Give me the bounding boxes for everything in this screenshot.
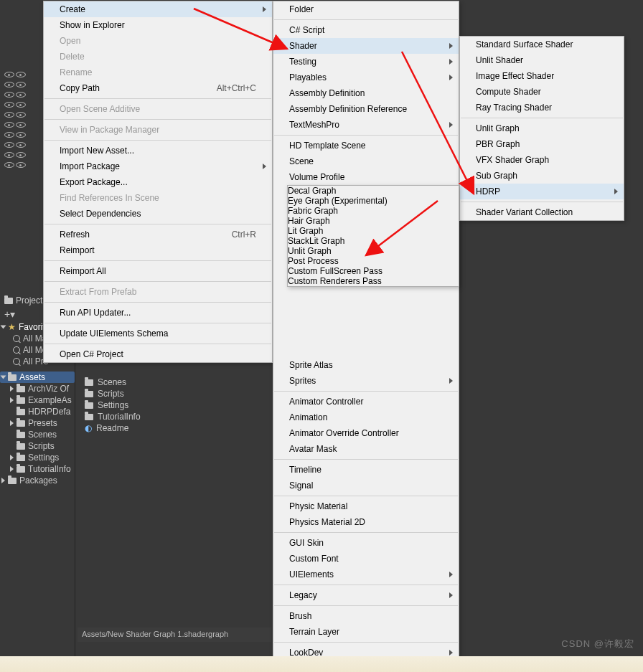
- menu-vfx-shader-graph[interactable]: VFX Shader Graph: [460, 152, 624, 168]
- eye-icon[interactable]: [4, 102, 14, 108]
- menu-terrain-layer[interactable]: Terrain Layer: [273, 624, 459, 640]
- eye-icon[interactable]: [16, 72, 26, 77]
- eye-icon[interactable]: [4, 152, 14, 158]
- eye-icon[interactable]: [4, 72, 14, 77]
- menu-assembly-definition[interactable]: Assembly Definition: [273, 85, 459, 101]
- menu-import-asset[interactable]: Import New Asset...: [44, 143, 272, 158]
- menu-uielements[interactable]: UIElements: [273, 567, 459, 582]
- menu-eye-graph[interactable]: Eye Graph (Experimental): [288, 196, 459, 206]
- eye-icon[interactable]: [16, 132, 26, 138]
- tree-item[interactable]: Presets: [0, 417, 75, 429]
- menu-copy-path[interactable]: Copy PathAlt+Ctrl+C: [44, 80, 272, 96]
- add-button[interactable]: +▾: [4, 308, 15, 320]
- menu-import-package[interactable]: Import Package: [44, 158, 272, 174]
- menu-shader[interactable]: Shader: [273, 38, 459, 54]
- menu-csharp-script[interactable]: C# Script: [273, 22, 459, 38]
- eye-icon[interactable]: [4, 92, 14, 98]
- menu-animator-override[interactable]: Animator Override Controller: [273, 425, 459, 441]
- menu-playables[interactable]: Playables: [273, 70, 459, 85]
- menu-hdrp[interactable]: HDRP: [460, 184, 624, 199]
- menu-folder[interactable]: Folder: [273, 1, 459, 17]
- list-item[interactable]: Settings: [78, 399, 271, 411]
- menu-standard-surface-shader[interactable]: Standard Surface Shader: [460, 37, 624, 52]
- menu-sprite-atlas[interactable]: Sprite Atlas: [273, 357, 459, 373]
- project-tab-label[interactable]: Project: [16, 295, 42, 306]
- menu-assembly-definition-ref[interactable]: Assembly Definition Reference: [273, 101, 459, 117]
- menu-export-package[interactable]: Export Package...: [44, 174, 272, 190]
- list-item[interactable]: ◐Readme: [78, 422, 271, 434]
- menu-sprites[interactable]: Sprites: [273, 373, 459, 389]
- menu-open-csharp-project[interactable]: Open C# Project: [44, 346, 272, 362]
- menu-physic-material[interactable]: Physic Material: [273, 498, 459, 514]
- eye-icon[interactable]: [16, 112, 26, 118]
- menu-custom-renderers-pass[interactable]: Custom Renderers Pass: [288, 276, 459, 286]
- menu-custom-font[interactable]: Custom Font: [273, 551, 459, 567]
- menu-unlit-graph[interactable]: Unlit Graph: [460, 120, 624, 136]
- tree-item[interactable]: ArchViz Of: [0, 383, 75, 394]
- menu-legacy[interactable]: Legacy: [273, 587, 459, 603]
- eye-icon[interactable]: [16, 92, 26, 98]
- menu-animator-controller[interactable]: Animator Controller: [273, 394, 459, 410]
- menu-timeline[interactable]: Timeline: [273, 462, 459, 478]
- menu-textmeshpro[interactable]: TextMeshPro: [273, 117, 459, 133]
- menu-ray-tracing-shader[interactable]: Ray Tracing Shader: [460, 100, 624, 115]
- menu-hair-graph[interactable]: Hair Graph: [288, 216, 459, 226]
- tree-item[interactable]: ExampleAs: [0, 394, 75, 406]
- menu-run-api-updater[interactable]: Run API Updater...: [44, 305, 272, 321]
- menu-pbr-graph[interactable]: PBR Graph: [460, 136, 624, 152]
- tree-item[interactable]: Settings: [0, 452, 75, 463]
- menu-lit-graph[interactable]: Lit Graph: [288, 226, 459, 236]
- menu-animation[interactable]: Animation: [273, 410, 459, 425]
- menu-select-dependencies[interactable]: Select Dependencies: [44, 206, 272, 222]
- eye-icon[interactable]: [4, 112, 14, 118]
- menu-avatar-mask[interactable]: Avatar Mask: [273, 441, 459, 457]
- eye-icon[interactable]: [16, 102, 26, 108]
- tree-item[interactable]: TutorialInfo: [0, 463, 75, 475]
- tree-item[interactable]: HDRPDefa: [0, 406, 75, 417]
- eye-icon[interactable]: [4, 162, 14, 168]
- menu-unlit-graph[interactable]: Unlit Graph: [288, 246, 459, 256]
- folder-icon: [85, 379, 93, 386]
- menu-scene[interactable]: Scene: [273, 153, 459, 169]
- list-item[interactable]: Scripts: [78, 388, 271, 399]
- menu-sub-graph[interactable]: Sub Graph: [460, 168, 624, 184]
- menu-physics-material-2d[interactable]: Physics Material 2D: [273, 514, 459, 530]
- menu-volume-profile[interactable]: Volume Profile: [273, 169, 459, 185]
- menu-create[interactable]: Create: [44, 1, 272, 17]
- menu-reimport[interactable]: Reimport: [44, 242, 272, 258]
- eye-icon[interactable]: [4, 142, 14, 148]
- menu-brush[interactable]: Brush: [273, 608, 459, 624]
- eye-icon[interactable]: [4, 82, 14, 87]
- menu-shader-variant-collection[interactable]: Shader Variant Collection: [460, 204, 624, 220]
- tree-item[interactable]: Scenes: [0, 429, 75, 440]
- menu-custom-fullscreen-pass[interactable]: Custom FullScreen Pass: [288, 266, 459, 276]
- list-item[interactable]: TutorialInfo: [78, 411, 271, 422]
- tree-packages[interactable]: Packages: [0, 475, 75, 486]
- tree-item[interactable]: Scripts: [0, 440, 75, 452]
- menu-stacklit-graph[interactable]: StackLit Graph: [288, 236, 459, 246]
- menu-unlit-shader[interactable]: Unlit Shader: [460, 52, 624, 68]
- menu-gui-skin[interactable]: GUI Skin: [273, 535, 459, 551]
- menu-signal[interactable]: Signal: [273, 478, 459, 493]
- eye-icon[interactable]: [16, 152, 26, 158]
- eye-icon[interactable]: [16, 82, 26, 87]
- menu-image-effect-shader[interactable]: Image Effect Shader: [460, 68, 624, 84]
- eye-icon[interactable]: [16, 162, 26, 168]
- eye-icon[interactable]: [4, 122, 14, 128]
- bottom-strip: [0, 656, 643, 672]
- list-item[interactable]: Scenes: [78, 377, 271, 388]
- tree-assets[interactable]: Assets: [0, 372, 75, 383]
- menu-fabric-graph[interactable]: Fabric Graph: [288, 206, 459, 216]
- menu-decal-graph[interactable]: Decal Graph: [288, 186, 459, 196]
- eye-icon[interactable]: [16, 122, 26, 128]
- menu-update-uielements[interactable]: Update UIElements Schema: [44, 326, 272, 341]
- eye-icon[interactable]: [16, 142, 26, 148]
- menu-compute-shader[interactable]: Compute Shader: [460, 84, 624, 100]
- menu-post-process[interactable]: Post Process: [288, 256, 459, 266]
- menu-testing[interactable]: Testing: [273, 54, 459, 70]
- eye-icon[interactable]: [4, 132, 14, 138]
- menu-reimport-all[interactable]: Reimport All: [44, 263, 272, 279]
- menu-refresh[interactable]: RefreshCtrl+R: [44, 227, 272, 242]
- menu-show-in-explorer[interactable]: Show in Explorer: [44, 17, 272, 33]
- menu-hd-template-scene[interactable]: HD Template Scene: [273, 138, 459, 153]
